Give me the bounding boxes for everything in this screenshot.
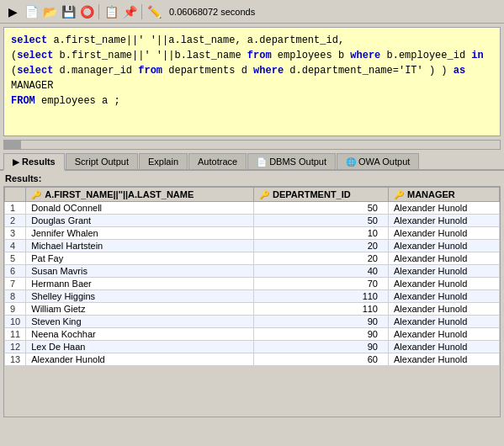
tab-explain[interactable]: Explain bbox=[139, 153, 188, 169]
cell-manager: Alexander Hunold bbox=[388, 202, 499, 215]
table-row: 10Steven King90Alexander Hunold bbox=[5, 316, 500, 328]
copy-button[interactable]: 📋 bbox=[103, 3, 119, 20]
tab-owa-label: OWA Output bbox=[358, 157, 410, 167]
cell-manager: Alexander Hunold bbox=[388, 265, 499, 278]
cell-rownum: 5 bbox=[5, 252, 26, 265]
save-button[interactable]: 💾 bbox=[60, 3, 77, 20]
tab-explain-label: Explain bbox=[148, 157, 178, 167]
cell-dept: 20 bbox=[254, 252, 389, 265]
cell-manager: Alexander Hunold bbox=[388, 341, 499, 353]
toolbar: ▶ 📄 📂 💾 ⭕ 📋 📌 ✏️ 0.06068072 seconds bbox=[0, 0, 504, 24]
cell-manager: Alexander Hunold bbox=[388, 316, 499, 328]
tab-autotrace-label: Autotrace bbox=[198, 157, 237, 167]
table-row: 9William Gietz110Alexander Hunold bbox=[5, 303, 500, 316]
dbms-tab-icon: 📄 bbox=[257, 157, 267, 167]
cell-name: Pat Fay bbox=[26, 252, 254, 265]
cell-dept: 110 bbox=[254, 303, 389, 316]
cell-rownum: 4 bbox=[5, 240, 26, 252]
cell-name: Michael Hartstein bbox=[26, 240, 254, 252]
tab-autotrace[interactable]: Autotrace bbox=[188, 153, 247, 169]
cell-rownum: 6 bbox=[5, 265, 26, 278]
cell-name: Lex De Haan bbox=[26, 341, 254, 353]
tab-dbms-output[interactable]: 📄 DBMS Output bbox=[247, 153, 336, 169]
cell-dept: 20 bbox=[254, 240, 389, 252]
cell-dept: 40 bbox=[254, 265, 389, 278]
col-header-dept[interactable]: 🔑 DEPARTMENT_ID bbox=[254, 188, 389, 202]
cell-name: Hermann Baer bbox=[26, 278, 254, 290]
table-row: 13Alexander Hunold60Alexander Hunold bbox=[5, 353, 500, 366]
cell-manager: Alexander Hunold bbox=[388, 227, 499, 240]
tab-script-output[interactable]: Script Output bbox=[66, 153, 138, 169]
cell-manager: Alexander Hunold bbox=[388, 240, 499, 252]
cell-name: William Gietz bbox=[26, 303, 254, 316]
cell-rownum: 9 bbox=[5, 303, 26, 316]
col-header-name[interactable]: 🔑 A.FIRST_NAME||''||A.LAST_NAME bbox=[26, 188, 254, 202]
cell-dept: 10 bbox=[254, 227, 389, 240]
tab-dbms-label: DBMS Output bbox=[269, 157, 326, 167]
table-row: 5Pat Fay20Alexander Hunold bbox=[5, 252, 500, 265]
table-row: 12Lex De Haan90Alexander Hunold bbox=[5, 341, 500, 353]
key-icon-dept: 🔑 bbox=[259, 190, 269, 199]
cell-rownum: 11 bbox=[5, 328, 26, 341]
cell-manager: Alexander Hunold bbox=[388, 278, 499, 290]
cell-dept: 90 bbox=[254, 328, 389, 341]
cell-dept: 50 bbox=[254, 202, 389, 215]
new-button[interactable]: 📄 bbox=[23, 3, 40, 20]
edit-button[interactable]: ✏️ bbox=[146, 3, 162, 20]
cell-manager: Alexander Hunold bbox=[388, 303, 499, 316]
timing-display: 0.06068072 seconds bbox=[169, 7, 255, 17]
cell-name: Alexander Hunold bbox=[26, 353, 254, 366]
results-label: Results: bbox=[0, 171, 504, 186]
table-row: 3Jennifer Whalen10Alexander Hunold bbox=[5, 227, 500, 240]
tab-script-output-label: Script Output bbox=[75, 157, 129, 167]
refresh-button[interactable]: ⭕ bbox=[78, 3, 95, 20]
open-button[interactable]: 📂 bbox=[41, 3, 58, 20]
cell-rownum: 3 bbox=[5, 227, 26, 240]
cell-dept: 90 bbox=[254, 341, 389, 353]
tab-results[interactable]: ▶ Results bbox=[3, 153, 65, 171]
cell-manager: Alexander Hunold bbox=[388, 353, 499, 366]
cell-rownum: 8 bbox=[5, 290, 26, 303]
cell-rownum: 13 bbox=[5, 353, 26, 366]
sep2 bbox=[141, 4, 142, 19]
cell-dept: 50 bbox=[254, 215, 389, 227]
cell-dept: 110 bbox=[254, 290, 389, 303]
table-row: 11Neena Kochhar90Alexander Hunold bbox=[5, 328, 500, 341]
cell-rownum: 12 bbox=[5, 341, 26, 353]
editor-scrollbar[interactable] bbox=[3, 140, 501, 150]
key-icon-name: 🔑 bbox=[31, 190, 41, 199]
tab-owa-output[interactable]: 🌐 OWA Output bbox=[337, 153, 419, 169]
sql-editor[interactable]: select a.first_name||' '||a.last_name, a… bbox=[3, 27, 501, 136]
sep1 bbox=[98, 4, 99, 19]
cell-rownum: 10 bbox=[5, 316, 26, 328]
results-container[interactable]: 🔑 A.FIRST_NAME||''||A.LAST_NAME 🔑 DEPART… bbox=[3, 186, 501, 417]
cell-name: Shelley Higgins bbox=[26, 290, 254, 303]
editor-scroll-thumb[interactable] bbox=[4, 141, 21, 149]
cell-manager: Alexander Hunold bbox=[388, 215, 499, 227]
col-header-rownum bbox=[5, 188, 26, 202]
table-row: 2Douglas Grant50Alexander Hunold bbox=[5, 215, 500, 227]
col-header-manager[interactable]: 🔑 MANAGER bbox=[388, 188, 499, 202]
owa-tab-icon: 🌐 bbox=[346, 157, 356, 167]
cell-name: Douglas Grant bbox=[26, 215, 254, 227]
key-icon-manager: 🔑 bbox=[394, 190, 404, 199]
cell-name: Steven King bbox=[26, 316, 254, 328]
cell-dept: 90 bbox=[254, 316, 389, 328]
run-tab-icon: ▶ bbox=[13, 157, 19, 167]
table-row: 7Hermann Baer70Alexander Hunold bbox=[5, 278, 500, 290]
run-button[interactable]: ▶ bbox=[4, 3, 21, 20]
cell-rownum: 7 bbox=[5, 278, 26, 290]
cell-manager: Alexander Hunold bbox=[388, 252, 499, 265]
cell-dept: 60 bbox=[254, 353, 389, 366]
table-row: 4Michael Hartstein20Alexander Hunold bbox=[5, 240, 500, 252]
paste-button[interactable]: 📌 bbox=[121, 3, 138, 20]
cell-rownum: 1 bbox=[5, 202, 26, 215]
table-row: 6Susan Mavris40Alexander Hunold bbox=[5, 265, 500, 278]
cell-rownum: 2 bbox=[5, 215, 26, 227]
table-row: 1Donald OConnell50Alexander Hunold bbox=[5, 202, 500, 215]
cell-name: Neena Kochhar bbox=[26, 328, 254, 341]
table-row: 8Shelley Higgins110Alexander Hunold bbox=[5, 290, 500, 303]
cell-name: Jennifer Whalen bbox=[26, 227, 254, 240]
cell-manager: Alexander Hunold bbox=[388, 290, 499, 303]
cell-manager: Alexander Hunold bbox=[388, 328, 499, 341]
